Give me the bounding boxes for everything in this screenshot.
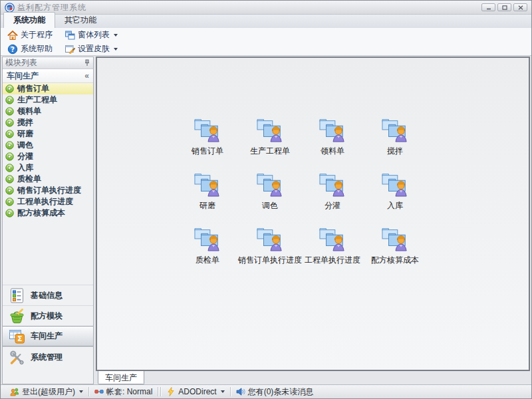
- collapse-chevron-icon[interactable]: «: [84, 71, 89, 80]
- shortcut-mixing[interactable]: 搅拌: [364, 116, 426, 170]
- nav-item-filling[interactable]: 分灌: [3, 151, 93, 162]
- shortcut-label: 研磨: [200, 200, 215, 211]
- shortcut-sales-progress[interactable]: 销售订单执行进度: [239, 225, 301, 279]
- dropdown-arrow-icon: [79, 390, 83, 393]
- nav-item-production-order[interactable]: 生产工程单: [3, 94, 93, 106]
- svg-text:?: ?: [11, 45, 15, 53]
- document-area: 销售订单 生产工程单 领料单 搅拌 研磨 调色 分灌 入库 质检单 销售订单执行…: [96, 57, 530, 384]
- folder-user-icon: [255, 170, 285, 197]
- folder-user-icon: [192, 170, 223, 197]
- nav-item-formula-cost[interactable]: 配方核算成本: [3, 207, 93, 219]
- pin-icon[interactable]: [84, 59, 90, 66]
- shortcut-label: 入库: [387, 200, 403, 211]
- group-workshop-production[interactable]: Σ 车间生产: [3, 326, 93, 346]
- dropdown-arrow-icon: [114, 34, 118, 37]
- module-sidebar: 模块列表 车间生产 « 销售订单 生产工程单 领料单 搅拌 研磨 调色 分灌 入…: [2, 57, 94, 384]
- shortcut-label: 调色: [262, 200, 278, 211]
- folder-user-icon: [380, 225, 410, 251]
- shortcut-warehousing[interactable]: 入库: [364, 170, 426, 225]
- shortcut-sales-order[interactable]: 销售订单: [176, 116, 239, 170]
- ribbon-tab-bar: 系统功能 其它功能: [1, 15, 531, 28]
- lightning-icon: [166, 387, 176, 396]
- nav-label: 工程单执行进度: [17, 196, 73, 207]
- about-program-button[interactable]: 关于程序: [5, 29, 55, 41]
- set-skin-label: 设置皮肤: [78, 43, 110, 55]
- minimize-button[interactable]: [481, 3, 495, 11]
- nav-item-material-request[interactable]: 领料单: [3, 106, 93, 117]
- window-title: 益利配方管理系统: [17, 2, 86, 13]
- nav-item-grinding[interactable]: 研磨: [3, 128, 93, 140]
- shortcut-production-order[interactable]: 生产工程单: [239, 116, 301, 170]
- shortcut-label: 质检单: [196, 255, 219, 266]
- tab-other-functions[interactable]: 其它功能: [55, 13, 106, 28]
- nav-item-sales-order[interactable]: 销售订单: [3, 83, 93, 94]
- system-help-button[interactable]: ? 系统帮助: [5, 43, 55, 55]
- shortcut-filling[interactable]: 分灌: [301, 170, 364, 225]
- nav-item-tinting[interactable]: 调色: [3, 140, 93, 151]
- nav-label: 销售订单: [17, 83, 49, 94]
- close-button[interactable]: [513, 3, 527, 11]
- nav-label: 调色: [17, 140, 33, 151]
- module-nav-list: 销售订单 生产工程单 领料单 搅拌 研磨 调色 分灌 入库 质检单 销售订单执行…: [3, 83, 93, 219]
- form-list-icon: [65, 30, 75, 41]
- system-help-label: 系统帮助: [21, 43, 53, 55]
- shortcut-quality-check[interactable]: 质检单: [176, 225, 239, 279]
- shortcut-formula-cost[interactable]: 配方核算成本: [364, 225, 426, 279]
- toolbar: 关于程序 窗体列表 ? 系统帮助: [1, 28, 531, 56]
- logout-dropdown[interactable]: 登出(超级用户): [5, 386, 88, 398]
- group-system-management[interactable]: 系统管理: [3, 346, 93, 367]
- provider-dropdown[interactable]: ADODirect: [161, 387, 229, 396]
- sidebar-header: 模块列表: [3, 57, 93, 69]
- form-list-label: 窗体列表: [78, 29, 110, 41]
- group-label: 基础信息: [31, 290, 63, 301]
- shortcut-grinding[interactable]: 研磨: [176, 170, 239, 225]
- shortcut-label: 搅拌: [387, 146, 403, 157]
- shortcut-label: 工程单执行进度: [305, 255, 360, 266]
- mdi-tab-workshop-production[interactable]: 车间生产: [98, 371, 144, 384]
- group-label: 系统管理: [31, 352, 63, 363]
- messages-label: 您有(0)条未读消息: [248, 386, 314, 398]
- sidebar-group-title: 车间生产: [7, 70, 39, 82]
- home-icon: [7, 30, 18, 41]
- workspace: 模块列表 车间生产 « 销售订单 生产工程单 领料单 搅拌 研磨 调色 分灌 入…: [1, 56, 531, 384]
- shortcut-label: 销售订单: [192, 146, 223, 157]
- group-label: 车间生产: [31, 331, 63, 342]
- shortcut-label: 分灌: [325, 200, 340, 211]
- status-separator: [158, 387, 158, 396]
- folder-user-icon: [192, 225, 223, 251]
- folder-user-icon: [317, 170, 348, 197]
- shortcut-label: 生产工程单: [250, 146, 290, 157]
- account-label: 帐套: Normal: [106, 386, 152, 398]
- shortcut-label: 销售订单执行进度: [238, 255, 302, 266]
- dropdown-arrow-icon: [114, 48, 118, 51]
- messages-status[interactable]: 您有(0)条未读消息: [231, 386, 319, 398]
- mdi-tab-bar: 车间生产: [96, 371, 530, 384]
- nav-item-quality-check[interactable]: 质检单: [3, 174, 93, 185]
- sidebar-title: 模块列表: [5, 57, 37, 68]
- shortcut-order-progress[interactable]: 工程单执行进度: [301, 225, 364, 279]
- nav-label: 销售订单执行进度: [17, 185, 81, 196]
- shortcut-material-request[interactable]: 领料单: [301, 116, 364, 170]
- app-window: 益利配方管理系统 系统功能 其它功能 关于程序: [0, 0, 532, 399]
- group-formula-module[interactable]: 配方模块: [3, 305, 93, 326]
- nav-item-order-progress[interactable]: 工程单执行进度: [3, 196, 93, 207]
- nav-label: 生产工程单: [17, 94, 57, 106]
- nav-item-sales-progress[interactable]: 销售订单执行进度: [3, 185, 93, 196]
- shortcut-tinting[interactable]: 调色: [239, 170, 301, 225]
- nav-item-mixing[interactable]: 搅拌: [3, 117, 93, 128]
- nav-label: 分灌: [17, 151, 33, 162]
- tab-system-functions[interactable]: 系统功能: [3, 12, 55, 28]
- sidebar-group-header[interactable]: 车间生产 «: [3, 69, 93, 83]
- account-status: 帐套: Normal: [89, 386, 158, 398]
- app-logo-icon: [5, 3, 15, 13]
- set-skin-button[interactable]: 设置皮肤: [62, 43, 120, 55]
- skin-icon: [65, 44, 75, 55]
- dropdown-arrow-icon: [221, 390, 225, 393]
- form-list-button[interactable]: 窗体列表: [62, 29, 120, 41]
- nav-item-warehousing[interactable]: 入库: [3, 162, 93, 174]
- group-basic-info[interactable]: 基础信息: [3, 285, 93, 305]
- maximize-button[interactable]: [497, 3, 511, 11]
- speaker-icon: [236, 387, 245, 396]
- help-icon: ?: [7, 44, 18, 55]
- folder-user-icon: [255, 225, 285, 251]
